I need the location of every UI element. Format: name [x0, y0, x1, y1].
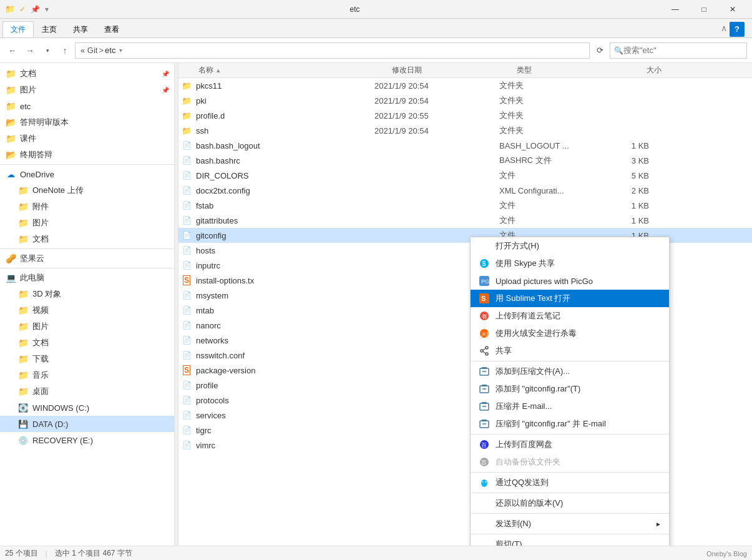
table-row[interactable]: 📄 bash.bash_logout BASH_LOGOUT ... 1 KB	[178, 138, 752, 153]
col-header-size[interactable]: 大小	[614, 65, 664, 76]
sidebar-item-jianguoyun[interactable]: 🥜 坚果云	[0, 250, 174, 267]
sidebar-item-downloads[interactable]: 📁 下载	[0, 351, 174, 367]
ctx-item-zip-email[interactable]: 压缩并 E-mail...	[471, 398, 669, 415]
ctx-item-youdao[interactable]: 有 上传到有道云笔记	[471, 307, 669, 325]
ctx-item-picgo[interactable]: PG Upload pictures with PicGo	[471, 272, 669, 290]
sidebar-label: RECOVERY (E:)	[32, 436, 93, 445]
sidebar-item-finaldefense[interactable]: 📂 终期答辩	[0, 147, 174, 163]
sidebar-item-pictures3[interactable]: 📁 图片	[0, 318, 174, 335]
address-path[interactable]: « Git > etc ▾	[75, 42, 590, 59]
sidebar-item-courseware[interactable]: 📁 课件	[0, 130, 174, 147]
up-button[interactable]: ↑	[57, 43, 72, 58]
sidebar-item-onenote[interactable]: 📁 OneNote 上传	[0, 182, 174, 199]
ctx-item-cut[interactable]: 剪切(T)	[471, 536, 669, 546]
table-row[interactable]: 📄 gitattributes 文件 1 KB	[178, 213, 752, 228]
folder-icon: 📁	[181, 125, 192, 136]
table-row[interactable]: 📁 pkcs11 2021/1/9 20:54 文件夹	[178, 78, 752, 93]
file-size: 3 KB	[599, 156, 649, 165]
col-header-date[interactable]: 修改日期	[389, 65, 514, 76]
ctx-item-huorong[interactable]: 火绒 使用火绒安全进行杀毒	[471, 325, 669, 342]
file-icon: 📄	[181, 290, 192, 301]
ctx-item-skype[interactable]: S 使用 Skype 共享	[471, 255, 669, 272]
search-input[interactable]	[623, 46, 743, 55]
ctx-item-zip-rar-email[interactable]: 压缩到 "gitconfig.rar" 并 E-mail	[471, 415, 669, 433]
sidebar-item-onedrive[interactable]: ☁ OneDrive	[0, 166, 174, 182]
table-row[interactable]: 📁 ssh 2021/1/9 20:54 文件夹	[178, 123, 752, 138]
skype-icon: S	[478, 257, 491, 270]
tab-home[interactable]: 主页	[34, 21, 65, 37]
ctx-item-share[interactable]: 共享	[471, 342, 669, 360]
file-name: vimrc	[196, 441, 374, 450]
ctx-item-open-with[interactable]: 打开方式(H)	[471, 237, 669, 255]
forward-button[interactable]: →	[22, 43, 37, 58]
sidebar-item-documents[interactable]: 📁 文档 📌	[0, 66, 174, 82]
ctx-label: 用 Sublime Text 打开	[496, 293, 570, 304]
file-name: fstab	[196, 201, 374, 210]
back-button[interactable]: ←	[5, 43, 20, 58]
sidebar-item-pictures2[interactable]: 📁 图片	[0, 215, 174, 231]
ctx-item-baidu-backup: 百 自动备份该文件夹	[471, 453, 669, 471]
maximize-button[interactable]: □	[690, 0, 718, 19]
svg-point-12	[481, 350, 483, 352]
file-list: 名称 ▲ 修改日期 类型 大小 📁 pkcs11 2021/1/9 20:54 …	[178, 63, 752, 546]
watermark: Oneby's Blog	[706, 550, 747, 558]
col-header-type[interactable]: 类型	[514, 65, 614, 76]
folder-icon: 📁	[181, 110, 192, 121]
ctx-item-add-rar[interactable]: 添加到 "gitconfig.rar"(T)	[471, 380, 669, 398]
sidebar-item-documents2[interactable]: 📁 文档	[0, 231, 174, 247]
sidebar-item-3dobjects[interactable]: 📁 3D 对象	[0, 286, 174, 302]
file-icon: 📄	[181, 170, 192, 181]
sidebar-label: 图片	[32, 321, 49, 332]
sidebar-item-thispc[interactable]: 💻 此电脑	[0, 270, 174, 286]
ctx-divider4	[471, 493, 669, 493]
nav-dropdown[interactable]: ▾	[40, 43, 55, 58]
ctx-label: 压缩并 E-mail...	[496, 401, 552, 412]
ctx-item-add-archive[interactable]: 添加到压缩文件(A)...	[471, 363, 669, 380]
sidebar-item-videos[interactable]: 📁 视频	[0, 302, 174, 318]
ctx-item-sublime[interactable]: S 用 Sublime Text 打开	[471, 290, 669, 307]
ribbon-collapse-btn[interactable]: ∧	[721, 23, 727, 33]
search-icon: 🔍	[614, 46, 623, 55]
col-date-label: 修改日期	[392, 66, 422, 74]
sidebar-item-documents3[interactable]: 📁 文档	[0, 335, 174, 351]
sidebar-item-etc[interactable]: 📁 etc	[0, 98, 174, 114]
ctx-item-restore[interactable]: 还原以前的版本(V)	[471, 494, 669, 512]
tab-share[interactable]: 共享	[65, 21, 96, 37]
minimize-button[interactable]: —	[661, 0, 690, 19]
sidebar-item-pictures[interactable]: 📁 图片 📌	[0, 82, 174, 98]
sidebar-item-desktop[interactable]: 📁 桌面	[0, 383, 174, 400]
sidebar-item-defense[interactable]: 📂 答辩明审版本	[0, 114, 174, 130]
sidebar-label: OneNote 上传	[32, 185, 84, 196]
tab-view[interactable]: 查看	[96, 21, 127, 37]
sidebar-item-attachments[interactable]: 📁 附件	[0, 199, 174, 215]
context-menu: 打开方式(H) S 使用 Skype 共享 PG Upload pictures…	[470, 237, 670, 546]
col-header-name[interactable]: 名称 ▲	[196, 65, 389, 76]
file-date: 2021/1/9 20:54	[374, 126, 499, 135]
ctx-label: 上传到有道云笔记	[496, 310, 560, 322]
close-button[interactable]: ✕	[718, 0, 747, 19]
table-row[interactable]: 📄 bash.bashrc BASHRC 文件 3 KB	[178, 153, 752, 168]
file-type: BASHRC 文件	[499, 155, 599, 166]
sidebar-item-music[interactable]: 📁 音乐	[0, 367, 174, 383]
sidebar-item-drive-e[interactable]: 💿 RECOVERY (E:)	[0, 432, 174, 448]
tab-file[interactable]: 文件	[2, 21, 34, 37]
sidebar-item-drive-d[interactable]: 💾 DATA (D:)	[0, 416, 174, 432]
ctx-item-baidu-upload[interactable]: 百 上传到百度网盘	[471, 436, 669, 453]
path-dropdown-arrow: ▾	[119, 47, 122, 54]
table-row[interactable]: 📄 DIR_COLORS 文件 5 KB	[178, 168, 752, 183]
help-button[interactable]: ?	[730, 22, 745, 37]
ctx-item-sendto[interactable]: 发送到(N) ►	[471, 515, 669, 533]
table-row[interactable]: 📁 profile.d 2021/1/9 20:55 文件夹	[178, 108, 752, 123]
svg-point-11	[486, 353, 488, 355]
file-icon: 📄	[181, 140, 192, 151]
table-row[interactable]: 📁 pki 2021/1/9 20:54 文件夹	[178, 93, 752, 108]
file-name: mtab	[196, 306, 374, 315]
sidebar-item-drive-c[interactable]: 💽 WINDOWS (C:)	[0, 400, 174, 416]
ctx-item-qq-send[interactable]: 通过QQ发送到	[471, 474, 669, 491]
sidebar-label: 坚果云	[20, 253, 44, 264]
table-row[interactable]: 📄 docx2txt.config XML Configurati... 2 K…	[178, 183, 752, 198]
folder-video-icon: 📁	[17, 305, 29, 316]
table-row[interactable]: 📄 fstab 文件 1 KB	[178, 198, 752, 213]
refresh-button[interactable]: ⟳	[592, 43, 607, 58]
open-with-icon	[478, 240, 491, 252]
